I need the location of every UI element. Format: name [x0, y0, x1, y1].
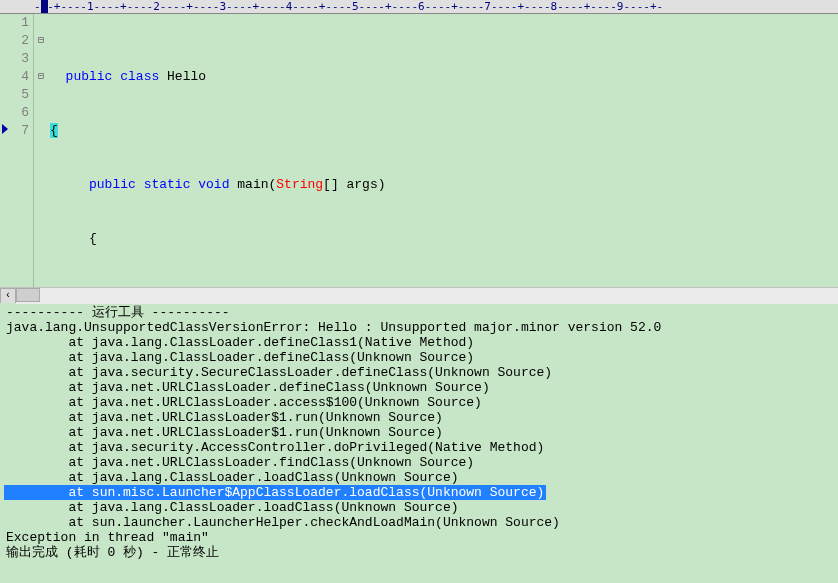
- line-number: 3: [0, 50, 29, 68]
- ruler-text: ---+----1----+----2----+----3----+----4-…: [34, 0, 663, 13]
- scroll-track[interactable]: [16, 288, 838, 304]
- console-line[interactable]: at java.net.URLClassLoader.findClass(Unk…: [6, 455, 832, 470]
- horizontal-scrollbar[interactable]: ‹: [0, 287, 838, 303]
- console-line[interactable]: at java.net.URLClassLoader.defineClass(U…: [6, 380, 832, 395]
- code-area[interactable]: public class Hello { public static void …: [48, 14, 838, 287]
- console-line[interactable]: at java.lang.ClassLoader.defineClass(Unk…: [6, 350, 832, 365]
- fold-marker: [34, 50, 48, 68]
- console-line[interactable]: at sun.launcher.LauncherHelper.checkAndL…: [6, 515, 832, 530]
- code-line[interactable]: public static void main(String[] args): [50, 176, 838, 194]
- console-line[interactable]: at java.net.URLClassLoader$1.run(Unknown…: [6, 425, 832, 440]
- scroll-left-button[interactable]: ‹: [0, 288, 16, 304]
- fold-marker: [34, 104, 48, 122]
- console-line[interactable]: ---------- 运行工具 ----------: [6, 305, 832, 320]
- fold-marker: [34, 14, 48, 32]
- console-line[interactable]: at java.net.URLClassLoader.access$100(Un…: [6, 395, 832, 410]
- console-line[interactable]: at java.net.URLClassLoader$1.run(Unknown…: [6, 410, 832, 425]
- console-line[interactable]: at java.lang.ClassLoader.loadClass(Unkno…: [6, 500, 832, 515]
- fold-marker[interactable]: ⊟: [34, 68, 48, 86]
- line-number-gutter: 1234567: [0, 14, 34, 287]
- fold-marker[interactable]: ⊟: [34, 32, 48, 50]
- code-line[interactable]: {: [50, 230, 838, 248]
- console-line[interactable]: Exception in thread "main": [6, 530, 832, 545]
- console-line[interactable]: at java.security.AccessController.doPriv…: [6, 440, 832, 455]
- console-line[interactable]: at java.security.SecureClassLoader.defin…: [6, 365, 832, 380]
- console-line[interactable]: 输出完成 (耗时 0 秒) - 正常终止: [6, 545, 832, 560]
- fold-marker: [34, 86, 48, 104]
- line-number: 5: [0, 86, 29, 104]
- line-number: 4: [0, 68, 29, 86]
- ruler: ---+----1----+----2----+----3----+----4-…: [0, 0, 838, 14]
- code-line[interactable]: public class Hello: [50, 68, 838, 86]
- console-line[interactable]: java.lang.UnsupportedClassVersionError: …: [6, 320, 832, 335]
- line-number: 6: [0, 104, 29, 122]
- line-number: 1: [0, 14, 29, 32]
- output-console[interactable]: ---------- 运行工具 ----------java.lang.Unsu…: [0, 303, 838, 583]
- console-line[interactable]: at java.lang.ClassLoader.loadClass(Unkno…: [6, 470, 832, 485]
- console-line[interactable]: at java.lang.ClassLoader.defineClass1(Na…: [6, 335, 832, 350]
- breakpoint-marker-icon[interactable]: [2, 124, 8, 134]
- code-line[interactable]: {: [50, 122, 838, 140]
- console-line[interactable]: at sun.misc.Launcher$AppClassLoader.load…: [6, 485, 832, 500]
- code-editor[interactable]: 1234567 ⊟⊟ public class Hello { public s…: [0, 14, 838, 287]
- line-number: 2: [0, 32, 29, 50]
- fold-marker: [34, 122, 48, 140]
- fold-gutter[interactable]: ⊟⊟: [34, 14, 48, 287]
- scroll-thumb[interactable]: [16, 288, 40, 302]
